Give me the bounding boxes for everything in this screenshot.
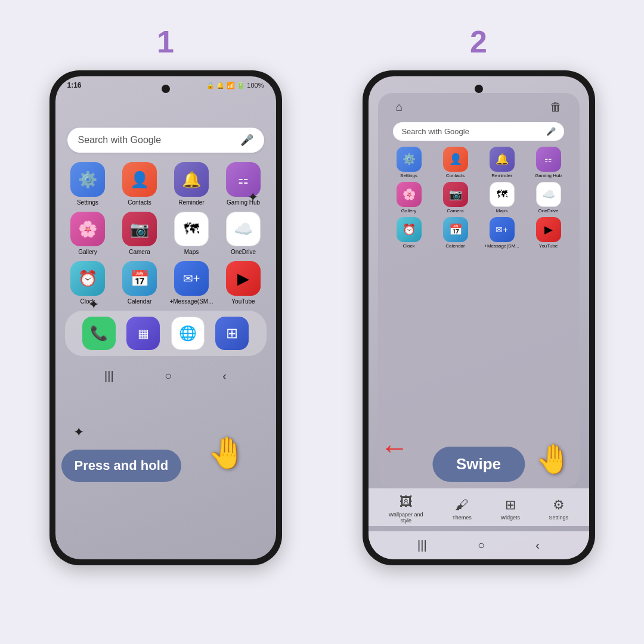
dock-samsung-icon[interactable]: ▦: [126, 317, 160, 350]
zoom-contacts: 👤 Contacts: [434, 147, 477, 178]
zoom-settings-icon: ⚙️: [397, 147, 422, 172]
zoom-onedrive-icon: ☁️: [536, 182, 561, 207]
zoom-onedrive-label: OneDrive: [538, 208, 559, 213]
settings-label: Settings: [77, 199, 98, 206]
contacts-icon: 👤: [122, 162, 157, 197]
zoom-search-bar[interactable]: Search with Google 🎤: [393, 122, 564, 141]
zoom-message: ✉+ +Message(SM...: [481, 217, 524, 249]
status-time: 1:16: [67, 81, 82, 89]
step-2-column: 2 ⌂ 🗑 Search with Google 🎤: [331, 24, 626, 565]
zoom-youtube-icon: ▶: [536, 217, 561, 242]
app-item-camera[interactable]: 📷 Camera: [117, 212, 163, 255]
menu-widgets[interactable]: ⊞ Widgets: [500, 497, 520, 521]
wallpaper-icon: 🖼: [400, 494, 413, 510]
step-1-column: 1 1:16 🔒 🔔 📶 🔋 100% ✦ Search with Google…: [18, 24, 313, 565]
zoom-calendar-icon: 📅: [443, 217, 468, 242]
step-1-number: 1: [157, 24, 174, 60]
nav-recent-1: |||: [104, 369, 114, 383]
mic-icon-1: 🎤: [240, 134, 253, 147]
zoom-reminder-icon: 🔔: [490, 147, 515, 172]
message-label: +Message(SM...: [169, 298, 213, 305]
reminder-label: Reminder: [178, 199, 204, 206]
app-item-onedrive[interactable]: ☁️ OneDrive: [221, 212, 267, 255]
main-container: 1 1:16 🔒 🔔 📶 🔋 100% ✦ Search with Google…: [0, 0, 644, 644]
app-item-message[interactable]: ✉+ +Message(SM...: [169, 261, 215, 305]
search-bar-placeholder: Search with Google: [78, 135, 162, 145]
calendar-icon: 📅: [122, 261, 157, 296]
app-item-maps[interactable]: 🗺 Maps: [169, 212, 215, 255]
dock-phone-icon[interactable]: 📞: [82, 317, 116, 350]
app-item-calendar[interactable]: 📅 Calendar: [117, 261, 163, 305]
menu-themes[interactable]: 🖌 Themes: [452, 497, 472, 521]
dock-apps-icon[interactable]: ⊞: [215, 317, 249, 350]
camera-notch-2: [475, 85, 483, 93]
youtube-label: YouTube: [231, 298, 255, 305]
zoom-camera: 📷 Camera: [434, 182, 477, 213]
phone-2-screen: ⌂ 🗑 Search with Google 🎤 ⚙️ Settings: [369, 76, 589, 559]
zoom-contacts-icon: 👤: [443, 147, 468, 172]
zoom-camera-icon: 📷: [443, 182, 468, 207]
zoom-mic-icon: 🎤: [546, 127, 556, 136]
zoom-calendar-label: Calendar: [445, 243, 465, 249]
zoom-maps-icon: 🗺: [490, 182, 515, 207]
camera-label: Camera: [129, 249, 150, 255]
zoom-clock-icon: ⏰: [397, 217, 422, 242]
dock-chrome-icon[interactable]: 🌐: [171, 317, 205, 350]
settings-menu-label: Settings: [549, 515, 569, 521]
zoom-settings: ⚙️ Settings: [388, 147, 431, 178]
app-item-reminder[interactable]: 🔔 Reminder: [169, 162, 215, 206]
zoom-clock: ⏰ Clock: [388, 217, 431, 249]
app-item-youtube[interactable]: ▶ YouTube: [221, 261, 267, 305]
zoom-youtube-label: YouTube: [539, 243, 558, 249]
app-item-gallery[interactable]: 🌸 Gallery: [65, 212, 111, 255]
themes-label: Themes: [452, 515, 472, 521]
zoom-camera-label: Camera: [447, 208, 463, 213]
zoom-search-placeholder: Search with Google: [401, 127, 469, 136]
nav-back-1: ‹: [222, 369, 227, 383]
calendar-label: Calendar: [128, 298, 152, 305]
sparkle-star-1: ✦: [247, 190, 258, 205]
reminder-icon: 🔔: [174, 162, 209, 197]
widgets-icon: ⊞: [505, 497, 516, 513]
menu-settings[interactable]: ⚙ Settings: [549, 497, 569, 521]
app-item-settings[interactable]: ⚙️ Settings: [65, 162, 111, 206]
nav-home-1: ○: [165, 369, 172, 383]
sparkle-star-2: ✦: [73, 425, 84, 440]
widgets-label: Widgets: [500, 515, 520, 521]
zoom-message-label: +Message(SM...: [484, 243, 519, 249]
nav-home-2: ○: [478, 538, 485, 552]
phone-2: ⌂ 🗑 Search with Google 🎤 ⚙️ Settings: [363, 70, 595, 565]
gallery-icon: 🌸: [70, 212, 105, 246]
wallpaper-label: Wallpaper andstyle: [389, 512, 423, 524]
zoom-reminder-label: Reminder: [491, 173, 512, 178]
gallery-label: Gallery: [78, 249, 97, 255]
zoom-settings-label: Settings: [400, 173, 417, 178]
nav-back-2: ‹: [535, 538, 540, 552]
menu-wallpaper[interactable]: 🖼 Wallpaper andstyle: [389, 494, 423, 524]
maps-label: Maps: [184, 249, 199, 255]
zoom-top-icons: ⌂ 🗑: [384, 100, 574, 114]
home-icon: ⌂: [396, 100, 403, 114]
press-hold-badge: Press and hold: [61, 450, 182, 482]
step-2-number: 2: [470, 24, 487, 60]
maps-icon: 🗺: [174, 212, 209, 246]
swipe-arrow: ←: [380, 431, 409, 464]
app-item-gaming[interactable]: ⚏ Gaming Hub: [221, 162, 267, 206]
zoom-gaming-icon: ⚏: [536, 147, 561, 172]
phone-1: 1:16 🔒 🔔 📶 🔋 100% ✦ Search with Google 🎤…: [49, 70, 282, 565]
nav-recent-2: |||: [417, 538, 427, 552]
youtube-icon: ▶: [226, 261, 261, 296]
zoom-maps: 🗺 Maps: [481, 182, 524, 213]
zoom-reminder: 🔔 Reminder: [481, 147, 524, 178]
zoom-gallery-label: Gallery: [401, 208, 416, 213]
hand-cursor-1: 🤚: [208, 435, 246, 471]
status-icons: 🔒 🔔 📶 🔋 100%: [206, 82, 264, 89]
settings-menu-icon: ⚙: [553, 497, 565, 513]
search-bar-1[interactable]: Search with Google 🎤: [67, 128, 264, 153]
zoom-calendar: 📅 Calendar: [434, 217, 477, 249]
app-item-contacts[interactable]: 👤 Contacts: [117, 162, 163, 206]
zoom-maps-label: Maps: [496, 208, 508, 213]
contacts-label: Contacts: [128, 199, 151, 206]
trash-icon: 🗑: [550, 100, 562, 114]
camera-icon: 📷: [122, 212, 157, 246]
